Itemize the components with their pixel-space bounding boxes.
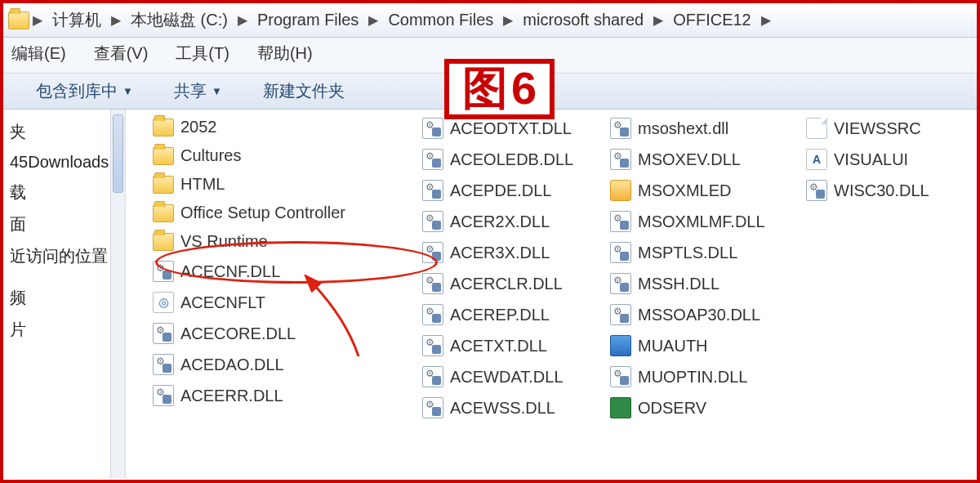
menu-help[interactable]: 帮助(H)	[257, 42, 313, 65]
file-item[interactable]: MSSOAP30.DLL	[606, 301, 802, 329]
file-item[interactable]: ACER2X.DLL	[418, 208, 606, 235]
file-item[interactable]: ACEERR.DLL	[149, 382, 418, 409]
dll-icon	[153, 354, 174, 375]
nav-item[interactable]: 载	[3, 177, 125, 208]
item-label: MSOXEV.DLL	[638, 150, 741, 169]
file-item[interactable]: ACER3X.DLL	[418, 239, 606, 266]
dll-icon	[610, 211, 631, 232]
share-button[interactable]: 共享 ▼	[174, 80, 222, 102]
file-item[interactable]: ACETXT.DLL	[418, 332, 606, 360]
nav-item[interactable]	[3, 272, 125, 282]
file-item[interactable]: ACECNF.DLL	[149, 257, 418, 285]
item-label: ACECORE.DLL	[180, 324, 296, 343]
dll-icon	[153, 385, 174, 406]
folder-item[interactable]: VS Runtime	[149, 229, 418, 254]
main-area: 夹45Downloads载面近访问的位置频片 2052CulturesHTMLO…	[3, 110, 977, 478]
scrollbar[interactable]	[110, 110, 125, 478]
file-item[interactable]: WISC30.DLL	[802, 177, 941, 204]
dll-icon	[422, 180, 443, 201]
include-in-library-button[interactable]: 包含到库中 ▼	[36, 80, 133, 102]
nav-item[interactable]: 45Downloads	[3, 148, 125, 177]
file-item[interactable]: MSOXMLMF.DLL	[606, 208, 802, 235]
file-item[interactable]: MSOXEV.DLL	[606, 145, 802, 173]
item-label: VISUALUI	[834, 150, 908, 169]
button-label: 新建文件夹	[263, 80, 345, 102]
nav-item[interactable]: 夹	[3, 116, 125, 148]
dll-icon	[422, 149, 443, 170]
nav-item[interactable]: 频	[3, 282, 125, 314]
file-list: 2052CulturesHTMLOffice Setup ControllerV…	[126, 110, 977, 478]
file-item[interactable]: MUOPTIN.DLL	[606, 363, 802, 391]
folder-item[interactable]: 2052	[149, 114, 418, 140]
file-item[interactable]: msoshext.dll	[606, 114, 802, 142]
button-label: 共享	[174, 80, 207, 102]
nav-item[interactable]: 近访问的位置	[3, 240, 125, 272]
new-folder-button[interactable]: 新建文件夹	[263, 80, 345, 102]
breadcrumb-segment[interactable]: 本地磁盘 (C:)	[124, 3, 234, 37]
folder-item[interactable]: HTML	[149, 172, 418, 197]
chevron-right-icon[interactable]: ▶	[652, 12, 665, 28]
item-label: ACEPDE.DLL	[450, 181, 552, 200]
file-item[interactable]: ACEOLEDB.DLL	[418, 145, 606, 173]
chevron-right-icon[interactable]: ▶	[501, 12, 514, 28]
item-label: ACER2X.DLL	[450, 212, 550, 231]
file-item[interactable]: MSOXMLED	[606, 177, 802, 204]
breadcrumb-segment[interactable]: Program Files	[251, 3, 365, 37]
folder-item[interactable]: Office Setup Controller	[149, 200, 418, 226]
nav-pane: 夹45Downloads载面近访问的位置频片	[3, 110, 126, 478]
folder-icon	[153, 119, 174, 136]
menu-view[interactable]: 查看(V)	[94, 42, 149, 65]
item-label: ACEREP.DLL	[450, 306, 550, 324]
file-item[interactable]: ACEWSS.DLL	[418, 394, 606, 422]
chevron-right-icon[interactable]: ▶	[760, 12, 773, 28]
item-label: ACETXT.DLL	[450, 337, 547, 356]
folder-icon	[153, 147, 174, 165]
dll-icon	[610, 149, 631, 170]
breadcrumb-segment[interactable]: Common Files	[381, 3, 500, 37]
scrollbar-thumb[interactable]	[113, 114, 123, 193]
menu-tools[interactable]: 工具(T)	[176, 42, 229, 65]
file-item[interactable]: ACEDAO.DLL	[149, 351, 418, 378]
dll-icon	[422, 242, 443, 263]
file-item[interactable]: ACECNFLT	[149, 288, 418, 316]
item-label: HTML	[180, 175, 225, 194]
item-label: MUOPTIN.DLL	[638, 368, 747, 387]
breadcrumb-segment[interactable]: microsoft shared	[516, 3, 650, 37]
file-item[interactable]: ACECORE.DLL	[149, 320, 418, 347]
chevron-right-icon[interactable]: ▶	[31, 12, 44, 28]
nav-item[interactable]: 片	[3, 314, 125, 346]
item-label: ACECNFLT	[180, 293, 265, 312]
item-label: ACEOLEDB.DLL	[450, 150, 573, 169]
file-item[interactable]: ODSERV	[606, 394, 802, 422]
file-item[interactable]: VISUALUI	[802, 145, 941, 173]
item-label: ACER3X.DLL	[450, 244, 550, 262]
item-label: VIEWSSRC	[834, 119, 921, 138]
file-item[interactable]: MSSH.DLL	[606, 270, 802, 297]
item-label: Office Setup Controller	[180, 203, 345, 222]
breadcrumb-segment[interactable]: OFFICE12	[666, 3, 758, 37]
folder-item[interactable]: Cultures	[149, 143, 418, 168]
breadcrumb-segment[interactable]: 计算机	[46, 3, 108, 37]
folder-icon	[153, 204, 174, 222]
item-label: 2052	[180, 118, 217, 136]
nav-item[interactable]: 面	[3, 208, 125, 240]
item-label: Cultures	[180, 146, 241, 165]
item-label: VS Runtime	[180, 232, 268, 251]
folder-icon	[153, 176, 174, 194]
menu-edit[interactable]: 编辑(E)	[11, 42, 66, 65]
chevron-right-icon[interactable]: ▶	[109, 12, 122, 28]
file-item[interactable]: ACEWDAT.DLL	[418, 363, 606, 391]
file-item[interactable]: MSPTLS.DLL	[606, 239, 802, 266]
file-item[interactable]: VIEWSSRC	[802, 114, 941, 142]
dll-icon	[422, 397, 443, 418]
item-label: MUAUTH	[638, 337, 708, 356]
file-item[interactable]: MUAUTH	[606, 332, 802, 360]
chevron-down-icon: ▼	[122, 85, 133, 97]
file-item[interactable]: ACERCLR.DLL	[418, 270, 606, 297]
dll-icon	[610, 304, 631, 325]
file-item[interactable]: ACEREP.DLL	[418, 301, 606, 329]
chevron-right-icon[interactable]: ▶	[236, 12, 249, 28]
chevron-right-icon[interactable]: ▶	[367, 12, 380, 28]
file-item[interactable]: ACEPDE.DLL	[418, 177, 606, 204]
item-label: ODSERV	[638, 399, 706, 418]
